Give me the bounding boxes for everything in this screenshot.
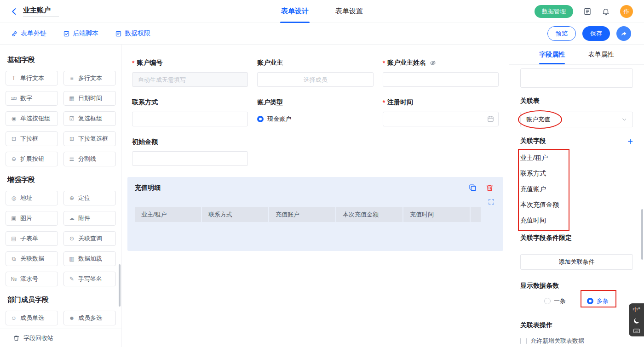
section-title-enhanced-fields: 增强字段 bbox=[7, 176, 114, 184]
panel-scrollbar[interactable] bbox=[641, 209, 643, 260]
field-initial-amount[interactable]: 初始金额 bbox=[132, 137, 248, 166]
field-type-number[interactable]: 123数字 bbox=[6, 91, 58, 106]
delete-trash-icon[interactable] bbox=[485, 183, 494, 192]
account-no-input[interactable] bbox=[132, 72, 248, 87]
field-type-subform[interactable]: ▤子表单 bbox=[6, 231, 58, 246]
calendar-icon[interactable] bbox=[487, 115, 494, 122]
radio-option-multiple[interactable]: 多条 bbox=[587, 296, 609, 306]
subtable-col-contact[interactable]: 联系方式 bbox=[202, 207, 269, 222]
field-owner-name[interactable]: * 账户业主姓名 bbox=[383, 58, 499, 87]
signature-icon: ✎ bbox=[68, 276, 75, 282]
field-type-divider[interactable]: ☰分割线 bbox=[63, 152, 116, 166]
sidebar-scrollbar[interactable] bbox=[119, 264, 121, 307]
contact-input[interactable] bbox=[132, 112, 248, 126]
keyboard-icon[interactable] bbox=[633, 329, 640, 333]
related-field-item[interactable]: 联系方式 bbox=[520, 166, 633, 182]
field-account-type[interactable]: 账户类型 现金账户 bbox=[257, 98, 373, 126]
subtable-col-time[interactable]: 充值时间 bbox=[403, 207, 471, 222]
copy-icon[interactable] bbox=[468, 183, 477, 192]
log-journal-icon[interactable] bbox=[583, 7, 592, 16]
field-register-time[interactable]: *注册时间 bbox=[383, 98, 499, 126]
subtable-recharge-detail[interactable]: 充值明细 业主/租户 联系方式 充值账户 本次充值金额 充值时间 bbox=[127, 177, 503, 251]
subtable-col-account[interactable]: 充值账户 bbox=[269, 207, 336, 222]
tab-form-properties[interactable]: 表单属性 bbox=[577, 45, 626, 64]
backend-script-link[interactable]: 后端脚本 bbox=[63, 29, 98, 38]
related-field-item[interactable]: 充值时间 bbox=[520, 213, 633, 228]
serial-number-icon: № bbox=[10, 276, 17, 282]
add-related-field-icon[interactable]: + bbox=[627, 137, 633, 146]
field-type-related-query[interactable]: ⊙关联查询 bbox=[63, 231, 116, 246]
field-type-label: 多行文本 bbox=[78, 74, 102, 82]
field-type-related-data[interactable]: ⧉关联数据 bbox=[6, 251, 58, 266]
radio-option-label: 多条 bbox=[597, 297, 609, 305]
field-type-member-single[interactable]: ☺成员单选 bbox=[6, 311, 58, 325]
field-type-datetime[interactable]: ▦日期时间 bbox=[63, 91, 116, 106]
field-type-single-line-text[interactable]: T单行文本 bbox=[6, 71, 58, 85]
subtable-column-header: 业主/租户 联系方式 充值账户 本次充值金额 充值时间 bbox=[135, 207, 496, 222]
language-toggle[interactable]: 中a bbox=[632, 307, 640, 313]
share-button[interactable] bbox=[616, 26, 631, 41]
field-type-multi-line-text[interactable]: ≡多行文本 bbox=[63, 71, 116, 85]
field-type-attachment[interactable]: ☁附件 bbox=[63, 211, 116, 226]
expand-fullscreen-icon[interactable] bbox=[488, 198, 495, 205]
radio-group-icon: ◉ bbox=[10, 115, 17, 122]
save-button[interactable]: 保存 bbox=[582, 26, 610, 41]
field-label-row: * 账户业主姓名 bbox=[383, 58, 499, 68]
field-type-radio-group[interactable]: ◉单选按钮组 bbox=[6, 111, 58, 126]
register-time-input[interactable] bbox=[383, 112, 499, 126]
field-type-dropdown[interactable]: ⊡下拉框 bbox=[6, 131, 58, 146]
radio-selected-icon[interactable] bbox=[257, 116, 264, 122]
tab-field-properties[interactable]: 字段属性 bbox=[528, 45, 577, 64]
radio-selected-icon bbox=[587, 298, 593, 304]
field-type-extend-button[interactable]: ⊖扩展按钮 bbox=[6, 152, 58, 166]
preview-button[interactable]: 预览 bbox=[547, 26, 576, 41]
field-label: 联系方式 bbox=[132, 98, 158, 107]
field-account-owner[interactable]: 账户业主 bbox=[257, 58, 373, 87]
related-field-item[interactable]: 业主/租户 bbox=[520, 150, 633, 166]
owner-name-input[interactable] bbox=[383, 72, 499, 87]
field-type-signature[interactable]: ✎手写签名 bbox=[63, 272, 116, 286]
field-type-address[interactable]: ◎地址 bbox=[6, 191, 58, 205]
field-type-data-load[interactable]: ▥数据加载 bbox=[63, 251, 116, 266]
allow-add-checkbox-row[interactable]: 允许新增关联表数据 bbox=[520, 337, 633, 345]
tab-form-design[interactable]: 表单设计 bbox=[281, 0, 309, 23]
topbar-left: 业主账户 bbox=[0, 6, 152, 17]
field-recycle-bin[interactable]: 字段回收站 bbox=[0, 329, 121, 347]
field-account-no[interactable]: *账户编号 bbox=[132, 58, 248, 87]
tab-form-settings[interactable]: 表单设置 bbox=[335, 0, 363, 23]
checkbox-unchecked-icon[interactable] bbox=[520, 338, 527, 344]
initial-amount-input[interactable] bbox=[132, 151, 248, 166]
back-icon[interactable] bbox=[10, 7, 18, 16]
radio-option-label: 现金账户 bbox=[267, 115, 291, 123]
form-external-link[interactable]: 表单外链 bbox=[11, 29, 46, 38]
field-label-row: 账户类型 bbox=[257, 98, 373, 107]
field-type-geolocation[interactable]: ⊕定位 bbox=[63, 191, 116, 205]
panel-top-input[interactable] bbox=[520, 68, 633, 88]
related-table-select[interactable]: 账户充值 bbox=[520, 112, 633, 127]
account-owner-input[interactable] bbox=[257, 72, 373, 87]
related-field-item[interactable]: 充值账户 bbox=[520, 182, 633, 197]
avatar[interactable]: 作 bbox=[620, 5, 633, 18]
field-type-label: 关联数据 bbox=[20, 255, 44, 263]
field-type-dropdown-multi[interactable]: ⊞下拉复选框 bbox=[63, 131, 116, 146]
field-type-label: 成员多选 bbox=[78, 314, 102, 322]
notification-bell-icon[interactable] bbox=[602, 7, 610, 16]
subtable-col-owner[interactable]: 业主/租户 bbox=[135, 207, 202, 222]
field-type-checkbox-group[interactable]: ☑复选框组 bbox=[63, 111, 116, 126]
moon-theme-icon[interactable] bbox=[633, 317, 640, 324]
subtable-col-amount[interactable]: 本次充值金额 bbox=[336, 207, 403, 222]
property-panel: 字段属性 表单属性 关联表 账户充值 关联字段 + 业主/租户 联系方式 充值账… bbox=[509, 45, 644, 347]
field-type-serial-number[interactable]: №流水号 bbox=[6, 272, 58, 286]
add-condition-button[interactable]: 添加关联条件 bbox=[520, 254, 633, 270]
field-type-label: 关联查询 bbox=[78, 234, 102, 243]
data-manage-button[interactable]: 数据管理 bbox=[535, 5, 573, 18]
field-type-member-multi[interactable]: ☻成员多选 bbox=[63, 311, 116, 325]
field-type-label: 单行文本 bbox=[20, 74, 44, 82]
data-permission-link[interactable]: 数据权限 bbox=[115, 29, 150, 38]
field-contact[interactable]: 联系方式 bbox=[132, 98, 248, 126]
geolocation-icon: ⊕ bbox=[68, 195, 75, 201]
related-field-item[interactable]: 本次充值金额 bbox=[520, 197, 633, 213]
field-type-image[interactable]: ▣图片 bbox=[6, 211, 58, 226]
enhanced-fields-grid: ◎地址 ⊕定位 ▣图片 ☁附件 ▤子表单 ⊙关联查询 ⧉关联数据 ▥数据加载 №… bbox=[6, 191, 116, 286]
radio-option-single[interactable]: 一条 bbox=[544, 296, 566, 306]
